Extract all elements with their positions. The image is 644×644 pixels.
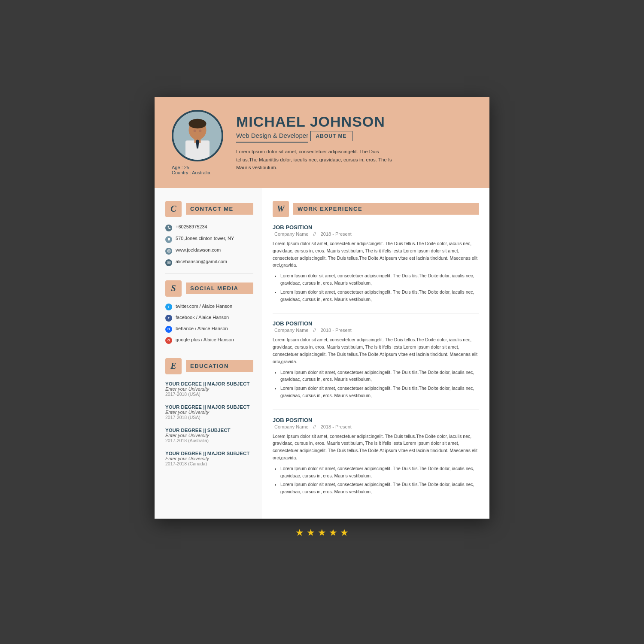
- work-bullets-1: Lorem Ipsum dolor sit amet, consectetuer…: [280, 272, 479, 303]
- page-wrapper: Age : 25 Country : Australia MICHAEL JOH…: [9, 97, 635, 538]
- edu-item-2: YOUR DEGREE || MAJOR SUBJECT Enter your …: [165, 404, 253, 420]
- contact-email: alicehanson@gamil.com: [165, 259, 253, 266]
- work-divider-2: [273, 410, 479, 410]
- resume-body: C CONTACT ME +60258975234 570,Jo: [155, 188, 489, 519]
- social-twitter: T twitter.com / Alaice Hanson: [165, 304, 253, 310]
- behance-icon: B: [165, 326, 172, 333]
- contact-list: +60258975234 570,Jones clinton tower, NY…: [165, 224, 253, 266]
- star-3: ★: [318, 527, 326, 538]
- work-company-3: Company Name // 2018 - Present: [273, 424, 479, 429]
- twitter-icon: T: [165, 304, 172, 310]
- about-me-label: ABOUT ME: [310, 131, 352, 141]
- star-4: ★: [329, 527, 337, 538]
- svg-point-7: [199, 129, 202, 132]
- divider-1: [165, 273, 253, 273]
- work-company-2: Company Name // 2018 - Present: [273, 328, 479, 333]
- contact-phone: +60258975234: [165, 224, 253, 231]
- avatar: [172, 110, 223, 161]
- edu-item-3: YOUR DEGREE || SUBJECT Enter your Univer…: [165, 428, 253, 443]
- education-icon-letter: E: [165, 358, 182, 374]
- header-text: MICHAEL JOHNSON Web Design & Developer A…: [236, 113, 472, 171]
- bullet-item: Lorem Ipsum dolor sit amet, consectetuer…: [280, 289, 479, 303]
- web-icon: [165, 248, 172, 255]
- contact-website: www.joeldawson.com: [165, 247, 253, 255]
- resume-document: Age : 25 Country : Australia MICHAEL JOH…: [155, 97, 489, 519]
- work-section-header: W WORK EXPERIENCE: [273, 201, 479, 217]
- star-rating: ★ ★ ★ ★ ★: [295, 527, 349, 538]
- facebook-icon: f: [165, 315, 172, 322]
- social-icon-letter: S: [165, 280, 182, 297]
- work-bullets-2: Lorem Ipsum dolor sit amet, consectetuer…: [280, 369, 479, 399]
- contact-section-header: C CONTACT ME: [165, 201, 253, 217]
- work-item-2: JOB POSITION Company Name // 2018 - Pres…: [273, 320, 479, 399]
- svg-point-3: [188, 119, 206, 128]
- google-icon: G: [165, 337, 172, 344]
- social-google: G google plus / Alaice Hanson: [165, 337, 253, 344]
- left-column: C CONTACT ME +60258975234 570,Jo: [155, 188, 262, 519]
- star-2: ★: [307, 527, 315, 538]
- age-label: Age : 25 Country : Australia: [172, 165, 223, 175]
- education-section-title: EDUCATION: [186, 360, 253, 372]
- contact-address: 570,Jones clinton tower, NY: [165, 236, 253, 243]
- social-facebook: f facebook / Alaice Hanson: [165, 315, 253, 322]
- edu-item-1: YOUR DEGREE || MAJOR SUBJECT Enter your …: [165, 381, 253, 397]
- bullet-item: Lorem Ipsum dolor sit amet, consectetuer…: [280, 369, 479, 383]
- star-5: ★: [340, 527, 349, 538]
- work-bullets-3: Lorem Ipsum dolor sit amet, consectetuer…: [280, 465, 479, 495]
- work-section-title: WORK EXPERIENCE: [293, 203, 479, 215]
- social-behance: B behance / Alaice Hanson: [165, 326, 253, 333]
- edu-item-4: YOUR DEGREE || MAJOR SUBJECT Enter your …: [165, 451, 253, 466]
- location-icon: [165, 236, 172, 243]
- divider-2: [165, 351, 253, 351]
- social-section-header: S SOCIAL MEDIA: [165, 280, 253, 297]
- contact-icon-letter: C: [165, 201, 182, 217]
- work-company-1: Company Name // 2018 - Present: [273, 231, 479, 237]
- phone-icon: [165, 225, 172, 231]
- star-1: ★: [295, 527, 304, 538]
- svg-point-6: [194, 129, 196, 132]
- bullet-item: Lorem Ipsum dolor sit amet, consectetuer…: [280, 481, 479, 495]
- bio-text: Lorem Ipsum dolor sit amet, consectetuer…: [236, 148, 395, 171]
- education-section-header: E EDUCATION: [165, 358, 253, 374]
- svg-rect-9: [167, 262, 170, 264]
- avatar-wrapper: Age : 25 Country : Australia: [172, 110, 223, 175]
- resume-header: Age : 25 Country : Australia MICHAEL JOH…: [155, 97, 489, 188]
- work-item-1: JOB POSITION Company Name // 2018 - Pres…: [273, 224, 479, 303]
- email-icon: [165, 259, 172, 266]
- work-icon-letter: W: [273, 201, 289, 217]
- contact-section-title: CONTACT ME: [186, 203, 253, 215]
- education-list: YOUR DEGREE || MAJOR SUBJECT Enter your …: [165, 381, 253, 466]
- social-section-title: SOCIAL MEDIA: [186, 283, 253, 294]
- bullet-item: Lorem Ipsum dolor sit amet, consectetuer…: [280, 465, 479, 480]
- work-item-3: JOB POSITION Company Name // 2018 - Pres…: [273, 417, 479, 495]
- bullet-item: Lorem Ipsum dolor sit amet, consectetuer…: [280, 272, 479, 287]
- bullet-item: Lorem Ipsum dolor sit amet, consectetuer…: [280, 385, 479, 399]
- work-divider-1: [273, 313, 479, 313]
- social-list: T twitter.com / Alaice Hanson f facebook…: [165, 304, 253, 344]
- full-name: MICHAEL JOHNSON: [236, 113, 472, 130]
- job-title: Web Design & Developer: [236, 132, 308, 143]
- right-column: W WORK EXPERIENCE JOB POSITION Company N…: [262, 188, 489, 519]
